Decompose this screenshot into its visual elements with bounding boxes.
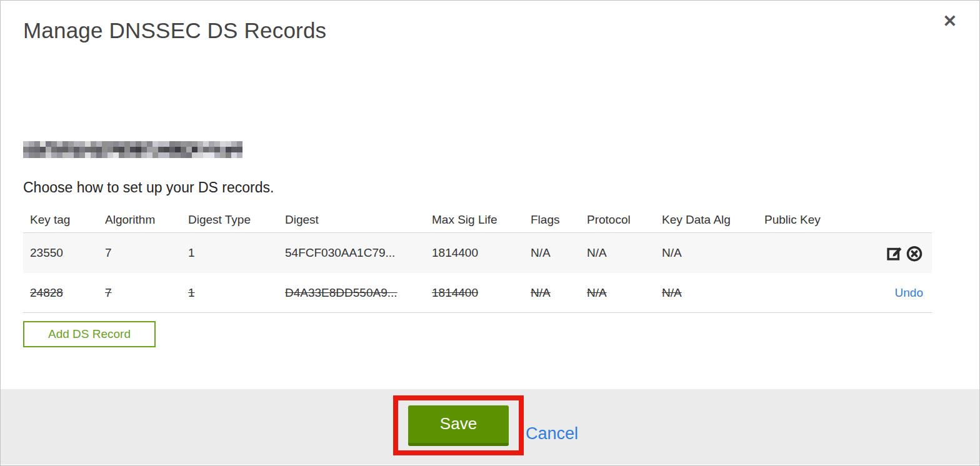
cell-digest: 54FCF030AA1C79... [285,246,432,260]
cell-protocol: N/A [587,246,662,260]
col-header-public-key: Public Key [764,213,879,227]
undo-link[interactable]: Undo [895,286,923,300]
col-header-max-sig-life: Max Sig Life [432,213,531,227]
cell-digest-type: 1 [188,246,285,260]
col-header-protocol: Protocol [587,213,662,227]
row-actions [879,244,932,262]
page-title: Manage DNSSEC DS Records [23,18,326,43]
modal-footer: Save Cancel [1,389,979,466]
cell-digest: D4A33E8DD550A9... [285,286,432,300]
cell-key-data-alg: N/A [662,246,764,260]
cell-max-sig-life: 1814400 [432,286,531,300]
add-ds-record-button[interactable]: Add DS Record [23,321,156,347]
cell-flags: N/A [531,286,587,300]
redacted-domain [23,141,242,158]
table-row: 24828 7 1 D4A33E8DD550A9... 1814400 N/A … [23,273,932,313]
close-icon[interactable]: ✕ [942,13,957,30]
annotation-highlight-box: Save [393,395,524,455]
instructions-text: Choose how to set up your DS records. [23,179,274,196]
cell-key-data-alg: N/A [662,286,764,300]
row-actions: Undo [879,286,932,300]
col-header-flags: Flags [531,213,587,227]
cancel-link[interactable]: Cancel [526,424,578,444]
col-header-key-tag: Key tag [23,213,105,227]
col-header-key-data-alg: Key Data Alg [662,213,764,227]
ds-records-table: Key tag Algorithm Digest Type Digest Max… [23,207,932,313]
cell-algorithm: 7 [105,286,188,300]
cell-key-tag: 23550 [23,246,105,260]
col-header-digest: Digest [285,213,432,227]
save-button[interactable]: Save [408,405,509,446]
cell-digest-type: 1 [188,286,285,300]
table-row: 23550 7 1 54FCF030AA1C79... 1814400 N/A … [23,233,932,273]
cell-protocol: N/A [587,286,662,300]
cell-key-tag: 24828 [23,286,105,300]
col-header-digest-type: Digest Type [188,213,285,227]
col-header-algorithm: Algorithm [105,213,188,227]
circle-x-delete-icon[interactable] [906,244,923,262]
cell-max-sig-life: 1814400 [432,246,531,260]
table-header-row: Key tag Algorithm Digest Type Digest Max… [23,207,932,233]
cell-algorithm: 7 [105,246,188,260]
dnssec-modal: Manage DNSSEC DS Records ✕ Choose how to… [0,0,980,466]
edit-icon[interactable] [886,244,903,262]
cell-flags: N/A [531,246,587,260]
